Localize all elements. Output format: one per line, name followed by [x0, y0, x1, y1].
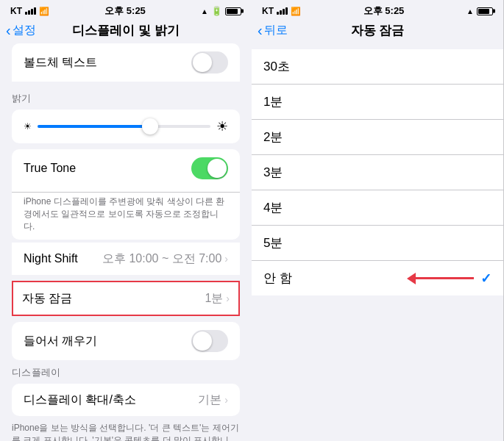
status-right-right: ▲ [466, 7, 493, 15]
brightness-slider[interactable] [38, 125, 210, 128]
autolock-row[interactable]: 자동 잠금 1분 › [13, 282, 238, 315]
bold-text-label: 볼드체 텍스트 [24, 55, 97, 71]
raise-to-wake-toggle[interactable] [191, 330, 228, 352]
night-shift-row[interactable]: Night Shift 오후 10:00 ~ 오전 7:00 › [12, 243, 240, 275]
bluetooth-icon-left: 🔋 [211, 6, 222, 16]
display-zoom-value: 기본 › [198, 392, 228, 408]
battery-icon-left [225, 7, 241, 15]
back-button-left[interactable]: ‹ 설정 [6, 22, 36, 39]
option-5m-label: 5분 [263, 234, 283, 251]
checkmark-icon: ✓ [480, 270, 491, 287]
brightness-high-icon: ☀ [216, 118, 228, 135]
back-button-right[interactable]: ‹ 뒤로 [258, 22, 288, 39]
content-right: 30초 1분 2분 3분 4분 5분 안 함 [252, 43, 503, 441]
brightness-group: ☀ ☀ [12, 110, 240, 143]
raise-to-wake-row[interactable]: 들어서 깨우기 [12, 322, 240, 360]
true-tone-desc: iPhone 디스플레이를 주변광에 맞춰 색상이 다른 환경에서도 일관적으로… [12, 193, 240, 240]
option-2m-label: 2분 [263, 129, 283, 146]
list-item[interactable]: 1분 [252, 85, 503, 120]
right-panel: KT 📶 오후 5:25 ▲ ‹ 뒤로 자동 잠금 [252, 0, 503, 441]
true-tone-label: True Tone [24, 162, 76, 175]
nav-title-right: 자동 잠금 [351, 22, 405, 39]
autolock-chevron: › [226, 293, 230, 304]
option-3m-label: 3분 [263, 164, 283, 181]
list-item[interactable]: 3분 [252, 155, 503, 190]
left-panel: KT 📶 오후 5:25 ▲ 🔋 ‹ 설정 디스플레이 및 밝기 [0, 0, 252, 441]
display-label: 디스플레이 [12, 367, 61, 378]
nav-bar-right: ‹ 뒤로 자동 잠금 [252, 21, 503, 43]
night-shift-group: Night Shift 오후 10:00 ~ 오전 7:00 › [12, 243, 240, 275]
raise-to-wake-label: 들어서 깨우기 [24, 334, 97, 349]
status-right-left: ▲ 🔋 [201, 6, 241, 16]
list-item-never[interactable]: 안 함 ✓ [252, 261, 503, 295]
wifi-icon-left: 📶 [39, 7, 49, 16]
carrier-right: KT [262, 6, 274, 16]
brightness-section-header: 밝기 [0, 82, 252, 110]
option-1m-label: 1분 [263, 93, 283, 110]
display-desc: iPhone을 보는 방식을 선택합니다. '더 큰 텍스트'는 제어기를 크게… [0, 419, 252, 441]
nav-bar-left: ‹ 설정 디스플레이 및 밝기 [0, 21, 252, 43]
carrier-left: KT [10, 6, 22, 16]
status-time-right: 오후 5:25 [363, 4, 405, 18]
autolock-group: 자동 잠금 1분 › [12, 281, 240, 316]
status-left-right: KT 📶 [262, 6, 301, 16]
display-zoom-row[interactable]: 디스플레이 확대/축소 기본 › [12, 384, 240, 416]
display-section-label: 디스플레이 [0, 360, 252, 384]
autolock-value: 1분 › [205, 291, 230, 306]
brightness-label: 밝기 [12, 93, 31, 104]
chevron-left-icon-left: ‹ [6, 22, 11, 39]
bold-text-toggle[interactable] [191, 51, 228, 74]
display-zoom-val: 기본 [198, 392, 221, 408]
list-item[interactable]: 30초 [252, 49, 503, 85]
nav-title-left: 디스플레이 및 밝기 [72, 22, 179, 39]
signal-bars-left [25, 7, 36, 15]
brightness-row[interactable]: ☀ ☀ [24, 118, 228, 135]
chevron-left-icon-right: ‹ [258, 22, 263, 39]
battery-icon-right [477, 7, 493, 15]
autolock-label: 자동 잠금 [22, 291, 72, 306]
status-time-left: 오후 5:25 [104, 4, 146, 18]
bold-text-row[interactable]: 볼드체 텍스트 [12, 43, 240, 82]
night-shift-value: 오후 10:00 ~ 오전 7:00 › [102, 251, 228, 267]
location-icon-left: ▲ [201, 7, 208, 15]
signal-bars-right [277, 7, 288, 15]
autolock-time: 1분 [205, 291, 223, 306]
list-item[interactable]: 4분 [252, 190, 503, 226]
red-arrow-indicator [407, 273, 474, 284]
wifi-icon-right: 📶 [291, 7, 301, 16]
true-tone-row[interactable]: True Tone [12, 149, 240, 193]
display-zoom-chevron: › [224, 394, 228, 406]
back-label-right: 뒤로 [264, 23, 288, 38]
location-icon-right: ▲ [466, 7, 474, 15]
status-bar-left: KT 📶 오후 5:25 ▲ 🔋 [0, 0, 252, 21]
list-item[interactable]: 2분 [252, 120, 503, 155]
true-tone-toggle[interactable] [191, 157, 228, 179]
display-zoom-label: 디스플레이 확대/축소 [24, 392, 136, 408]
option-never-label: 안 함 [263, 270, 292, 287]
option-4m-label: 4분 [263, 199, 283, 216]
autolock-options-group: 30초 1분 2분 3분 4분 5분 안 함 [252, 49, 503, 295]
status-left: KT 📶 [10, 6, 49, 16]
night-shift-label: Night Shift [24, 252, 78, 265]
option-30s-label: 30초 [263, 58, 290, 75]
list-item[interactable]: 5분 [252, 226, 503, 261]
back-label-left: 설정 [13, 23, 36, 38]
night-shift-time: 오후 10:00 ~ 오전 7:00 [102, 251, 221, 267]
content-left: 볼드체 텍스트 밝기 ☀ ☀ True [0, 43, 252, 441]
night-shift-chevron: › [224, 253, 228, 265]
brightness-low-icon: ☀ [24, 121, 32, 132]
status-bar-right: KT 📶 오후 5:25 ▲ [252, 0, 503, 21]
